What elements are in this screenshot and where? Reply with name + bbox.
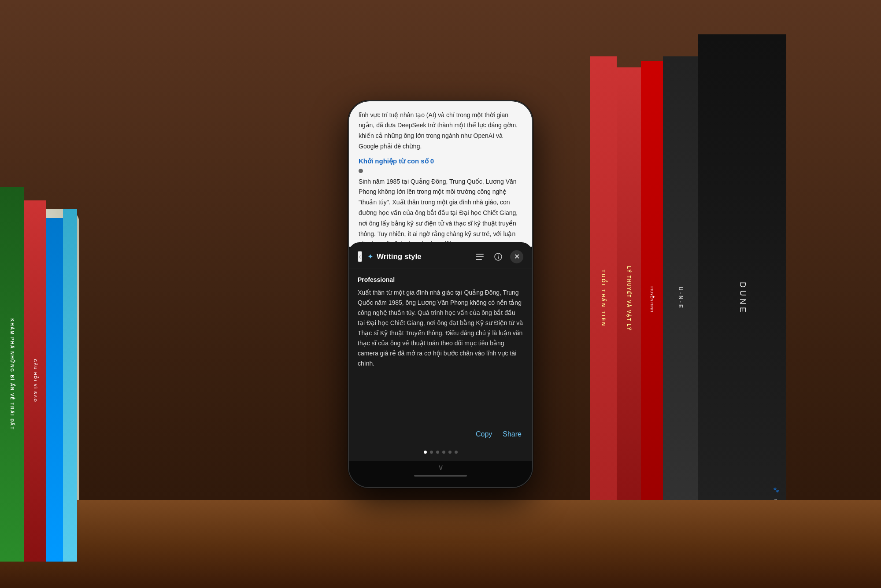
book-left-4 bbox=[63, 209, 77, 562]
book-left-2-title: CÂU HỎI VÌ SAO bbox=[33, 359, 37, 403]
panel-content: Professional Xuất thân từ một gia đình n… bbox=[349, 269, 532, 419]
scene: KHÁM PHÁ NHỮNG BÍ ẨN VỀ TRÁI ĐẤT CÂU HỎI… bbox=[0, 0, 881, 588]
panel-actions: Copy Share bbox=[349, 422, 532, 446]
dot-6[interactable] bbox=[455, 451, 458, 454]
book-right-4: U·N·E bbox=[663, 56, 698, 541]
phone: lĩnh vực trí tuệ nhân tạo (AI) và chỉ tr… bbox=[348, 100, 533, 488]
chevron-down-icon: ∨ bbox=[438, 462, 444, 472]
phone-screen: lĩnh vực trí tuệ nhân tạo (AI) và chỉ tr… bbox=[349, 101, 532, 487]
book-right-2: LÝ THUYẾT VÀ VẬT LÝ bbox=[617, 67, 641, 530]
book-right-3-title: TRUYỆN HINH bbox=[650, 285, 654, 312]
style-label: Professional bbox=[358, 276, 523, 283]
book-right-5-title: DUNE bbox=[738, 282, 747, 315]
share-button[interactable]: Share bbox=[501, 428, 523, 441]
close-icon: ✕ bbox=[514, 252, 520, 261]
ai-icon: ✦ bbox=[367, 252, 373, 261]
book-left-1: KHÁM PHÁ NHỮNG BÍ ẨN VỀ TRÁI ĐẤT bbox=[0, 187, 24, 562]
book-right-4-title: U·N·E bbox=[677, 287, 684, 310]
phone-body: lĩnh vực trí tuệ nhân tạo (AI) và chỉ tr… bbox=[348, 100, 533, 488]
writing-style-panel: ‹ ✦ Writing style bbox=[349, 242, 532, 461]
article-paragraph-2: Sinh năm 1985 tại Quảng Đông, Trung Quốc… bbox=[359, 177, 522, 250]
book-left-2: CÂU HỎI VÌ SAO bbox=[24, 200, 46, 562]
back-button[interactable]: ‹ bbox=[358, 251, 362, 262]
svg-rect-7 bbox=[476, 256, 484, 257]
book-right-2-title: LÝ THUYẾT VÀ VẬT LÝ bbox=[626, 266, 631, 331]
svg-rect-11 bbox=[498, 255, 499, 255]
dot-1[interactable] bbox=[424, 451, 427, 454]
panel-header: ‹ ✦ Writing style bbox=[349, 242, 532, 269]
article-paragraph-1: lĩnh vực trí tuệ nhân tạo (AI) và chỉ tr… bbox=[359, 110, 522, 152]
dot-3[interactable] bbox=[436, 451, 439, 454]
home-indicator bbox=[414, 475, 467, 477]
panel-body-text: Xuất thân từ một gia đình nhà giáo tại Q… bbox=[358, 288, 523, 369]
close-button[interactable]: ✕ bbox=[510, 250, 523, 263]
copy-button[interactable]: Copy bbox=[474, 428, 494, 441]
dot-4[interactable] bbox=[442, 451, 445, 454]
svg-rect-10 bbox=[498, 256, 499, 259]
book-left-1-title: KHÁM PHÁ NHỮNG BÍ ẨN VỀ TRÁI ĐẤT bbox=[10, 318, 15, 430]
svg-rect-6 bbox=[476, 254, 484, 255]
info-button[interactable] bbox=[492, 250, 505, 263]
article-heading: Khởi nghiệp từ con số 0 bbox=[359, 157, 522, 165]
panel-title: Writing style bbox=[377, 252, 468, 261]
wood-surface bbox=[0, 500, 881, 588]
book-right-3: TRUYỆN HINH bbox=[641, 61, 663, 536]
dot-2[interactable] bbox=[430, 451, 433, 454]
book-right-1: TUỔI THẦN TIÊN bbox=[590, 56, 617, 541]
book-right-5: DUNE 🐾 nhà nam bbox=[698, 34, 786, 563]
pagination-dots bbox=[349, 446, 532, 461]
article-dot bbox=[359, 169, 363, 173]
svg-rect-8 bbox=[476, 259, 482, 260]
dot-5[interactable] bbox=[448, 451, 452, 454]
book-left-3 bbox=[46, 218, 63, 562]
book-right-1-title: TUỔI THẦN TIÊN bbox=[601, 270, 607, 327]
list-button[interactable] bbox=[473, 250, 486, 263]
